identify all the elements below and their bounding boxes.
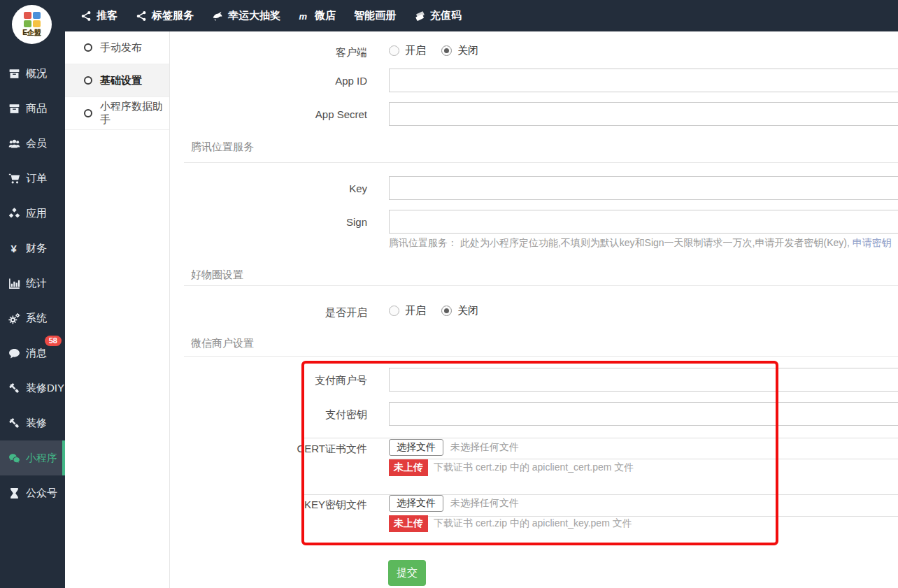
diy-gavel-icon xyxy=(8,382,20,394)
section-title-haowuquan: 好物圈设置 xyxy=(191,268,243,282)
client-radio-on[interactable] xyxy=(389,45,399,56)
sidebar-item-apps[interactable]: 应用 xyxy=(0,196,65,231)
subsidebar-item-label: 小程序数据助手 xyxy=(100,100,169,127)
subsidebar-item-manual-publish[interactable]: 手动发布 xyxy=(65,31,169,64)
finance-yen-icon: ¥ xyxy=(8,243,20,254)
row-divider xyxy=(301,438,898,438)
key-label: Key xyxy=(170,182,367,194)
client-radio-off[interactable] xyxy=(441,45,452,56)
sidebar-item-goods[interactable]: 商品 xyxy=(0,91,65,126)
subsidebar-item-basic-settings[interactable]: 基础设置 xyxy=(65,64,169,97)
message-comment-icon xyxy=(8,347,20,359)
enable-label: 是否开启 xyxy=(170,306,367,320)
sidebar-item-label: 商品 xyxy=(26,102,47,115)
cert-no-file-text: 未选择任何文件 xyxy=(450,441,519,454)
nav-item-label: 智能画册 xyxy=(354,9,396,22)
enable-radio-off[interactable] xyxy=(441,306,452,316)
svg-text:m: m xyxy=(299,10,308,21)
nav-item-label: 微店 xyxy=(315,9,336,22)
circle-bullet-icon xyxy=(84,109,92,117)
app-id-label: App ID xyxy=(170,75,367,87)
section-title-wechat-merchant: 微信商户设置 xyxy=(191,337,254,350)
sidebar-item-system[interactable]: 系统 xyxy=(0,301,65,336)
client-radio-off-label[interactable]: 关闭 xyxy=(457,44,478,57)
key-file-label: KEY密钥文件 xyxy=(170,499,367,512)
sidebar-item-messages[interactable]: 消息 58 xyxy=(0,336,65,371)
decorate-gavel-icon xyxy=(8,417,20,429)
apply-key-link[interactable]: 申请密钥 xyxy=(853,237,892,248)
client-radio-on-label[interactable]: 开启 xyxy=(405,44,426,57)
sidebar-item-label: 消息 xyxy=(26,347,47,360)
enable-radio-on-label[interactable]: 开启 xyxy=(405,304,426,317)
secondary-sidebar: 手动发布 基础设置 小程序数据助手 xyxy=(65,31,170,588)
orders-cart-icon xyxy=(8,173,20,185)
cert-file-input-row: 选择文件 未选择任何文件 xyxy=(389,439,519,456)
key-choose-file-button[interactable]: 选择文件 xyxy=(389,495,443,512)
apps-cubes-icon xyxy=(8,208,20,220)
nav-item-lucky-draw[interactable]: 幸运大抽奖 xyxy=(203,0,290,31)
circle-bullet-icon xyxy=(84,43,92,52)
subsidebar-item-label: 手动发布 xyxy=(100,41,142,55)
overview-archive-icon xyxy=(8,68,20,80)
location-helper-text: 腾讯位置服务： 此处为小程序定位功能,不填则为默认key和Sign一天限制请求一… xyxy=(389,237,892,250)
sidebar-item-label: 装修 xyxy=(26,417,47,430)
main-sidebar: E企盟 概况 商品 会员 订单 应用 ¥ 财务 统计 xyxy=(0,0,65,588)
app-id-input[interactable] xyxy=(389,69,898,92)
nav-item-tag-service[interactable]: 标签服务 xyxy=(127,0,203,31)
key-input[interactable] xyxy=(389,176,898,200)
app-secret-input[interactable] xyxy=(389,102,898,126)
nav-item-label: 标签服务 xyxy=(152,9,194,22)
section-divider xyxy=(184,285,898,286)
key-file-tip: 下载证书 cert.zip 中的 apiclient_key.pem 文件 xyxy=(434,517,632,530)
cert-file-label: CERT证书文件 xyxy=(170,443,367,456)
pay-key-input[interactable] xyxy=(389,402,898,426)
sidebar-item-decor-diy[interactable]: 装修DIY xyxy=(0,371,65,406)
recharge-code-icon xyxy=(414,10,425,22)
client-label: 客户端 xyxy=(170,46,367,59)
sidebar-item-official-account[interactable]: 公众号 xyxy=(0,475,65,510)
nav-item-recharge-code[interactable]: 充值码 xyxy=(405,0,471,31)
lottery-icon xyxy=(212,10,223,22)
sidebar-item-label: 订单 xyxy=(26,172,47,185)
cert-choose-file-button[interactable]: 选择文件 xyxy=(389,439,443,456)
section-title-tencent-location: 腾讯位置服务 xyxy=(191,141,254,154)
top-navbar: 推客 标签服务 幸运大抽奖 m 微店 智能画册 充值码 xyxy=(65,0,898,31)
subsidebar-item-data-assistant[interactable]: 小程序数据助手 xyxy=(65,97,169,130)
submit-button[interactable]: 提交 xyxy=(388,560,426,586)
enable-radio-off-label[interactable]: 关闭 xyxy=(457,304,478,317)
sidebar-item-overview[interactable]: 概况 xyxy=(0,56,65,91)
share-icon xyxy=(80,10,92,22)
sidebar-item-label: 装修DIY xyxy=(26,382,64,395)
pay-mch-id-input[interactable] xyxy=(389,368,898,392)
sign-input[interactable] xyxy=(389,210,898,234)
brand-logo[interactable]: E企盟 xyxy=(12,5,52,44)
enable-radio-on[interactable] xyxy=(389,306,399,316)
brand-logo-text: E企盟 xyxy=(22,28,41,38)
sidebar-item-decorate[interactable]: 装修 xyxy=(0,406,65,440)
key-not-uploaded-badge: 未上传 xyxy=(389,515,428,532)
sidebar-item-label: 统计 xyxy=(26,277,47,290)
system-gears-icon xyxy=(8,313,20,324)
sidebar-item-orders[interactable]: 订单 xyxy=(0,161,65,196)
sidebar-item-label: 财务 xyxy=(26,242,47,255)
sidebar-item-members[interactable]: 会员 xyxy=(0,126,65,161)
nav-item-weidian[interactable]: m 微店 xyxy=(290,0,345,31)
sidebar-item-label: 系统 xyxy=(26,312,47,325)
sidebar-item-label: 公众号 xyxy=(26,487,57,500)
stats-chart-icon xyxy=(8,278,20,289)
sidebar-item-miniprogram[interactable]: 小程序 xyxy=(0,440,65,475)
share-icon xyxy=(136,10,147,22)
sidebar-item-finance[interactable]: ¥ 财务 xyxy=(0,231,65,266)
nav-item-tuike[interactable]: 推客 xyxy=(71,0,127,31)
nav-item-smart-album[interactable]: 智能画册 xyxy=(345,0,405,31)
sidebar-item-label: 应用 xyxy=(26,207,47,220)
pay-mch-id-label: 支付商户号 xyxy=(170,374,367,387)
subsidebar-item-label: 基础设置 xyxy=(100,74,142,87)
sidebar-menu: 概况 商品 会员 订单 应用 ¥ 财务 统计 系统 xyxy=(0,56,65,510)
members-users-icon xyxy=(8,138,20,150)
sidebar-item-stats[interactable]: 统计 xyxy=(0,266,65,301)
enable-radio-group: 开启 关闭 xyxy=(389,304,494,317)
miniprogram-wechat-icon xyxy=(8,452,20,464)
message-count-badge: 58 xyxy=(45,336,62,346)
location-helper-text-body: 腾讯位置服务： 此处为小程序定位功能,不填则为默认key和Sign一天限制请求一… xyxy=(389,237,850,248)
